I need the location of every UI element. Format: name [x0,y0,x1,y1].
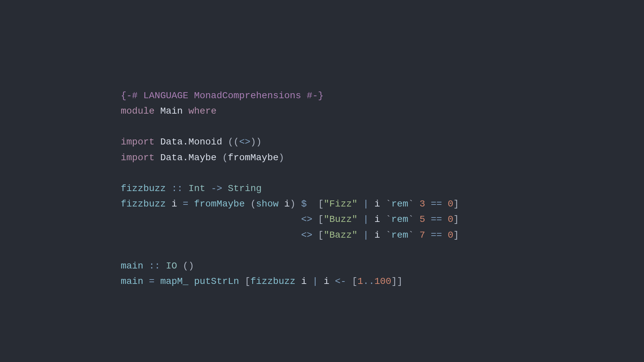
rbracket: ] [397,276,402,287]
pipe: | [358,214,374,225]
string-buzz: "Buzz" [324,214,358,225]
import-module: Data.Monoid [155,137,228,147]
function-name: fizzbuzz [121,183,171,194]
rparen: ) [290,199,301,209]
backtick: ` [408,230,420,240]
pipe: | [312,276,324,287]
dollar: $ [301,199,318,209]
mapm: mapM_ [160,276,194,287]
lparen: ( [250,199,256,209]
code-line-module: module Main where [121,106,217,116]
putstrln: putStrLn [194,276,245,287]
indent [121,214,301,225]
eqeq: == [425,214,447,225]
num-0: 0 [448,230,453,240]
backtick: ` [386,230,391,240]
rem: rem [391,230,408,240]
module-name: Main [155,106,189,116]
num-100: 100 [374,276,391,287]
where-keyword: where [189,106,217,116]
arg: i [284,199,290,209]
module-keyword: module [121,106,155,116]
import-symbol: <> [239,137,251,147]
var: i [374,214,386,225]
pipe: | [358,199,374,209]
type-int: Int [189,183,205,194]
fizzbuzz-call: fizzbuzz [251,276,301,287]
code-line-typesig-fizzbuzz: fizzbuzz :: Int -> String [121,183,262,194]
code-line-typesig-main: main :: IO () [121,261,194,271]
backtick: ` [386,214,391,225]
code-line-import-1: import Data.Monoid ((<>)) [121,137,262,147]
lbracket: [ [318,214,324,225]
var: i [324,276,335,287]
var: i [301,276,313,287]
code-block: {-# LANGUAGE MonadComprehensions #-} mod… [121,73,459,290]
num-3: 3 [420,199,425,209]
range-dots: .. [363,276,375,287]
code-line-pragma: {-# LANGUAGE MonadComprehensions #-} [121,90,324,101]
import-symbol: fromMaybe [228,153,278,163]
function-name: fizzbuzz [121,199,171,209]
code-line-main: main = mapM_ putStrLn [fizzbuzz i | i <-… [121,276,402,287]
import-paren-open: (( [228,137,239,147]
num-0: 0 [448,199,453,209]
double-colon: :: [149,261,166,271]
import-keyword: import [121,153,155,163]
show: show [256,199,284,209]
rbracket: ] [453,214,459,225]
backtick: ` [408,199,420,209]
type-io: IO [166,261,177,271]
num-0: 0 [448,214,453,225]
var: i [374,199,386,209]
rem: rem [391,214,408,225]
param: i [171,199,183,209]
num-7: 7 [420,230,425,240]
lbracket: [ [352,276,358,287]
var: i [374,230,386,240]
equals: = [149,276,160,287]
rbracket: ] [453,199,459,209]
import-paren-close: )) [250,137,262,147]
code-line-import-2: import Data.Maybe (fromMaybe) [121,153,284,163]
code-line-fizzbuzz-3: <> ["Bazz" | i `rem` 7 == 0] [121,230,459,240]
import-keyword: import [121,137,155,147]
equals: = [183,199,194,209]
mappend: <> [301,230,318,240]
mappend: <> [301,214,318,225]
lbracket: [ [318,199,324,209]
pragma-open: {-# [121,90,143,101]
import-paren-close: ) [279,153,284,163]
backtick: ` [386,199,391,209]
eqeq: == [425,230,447,240]
bind-arrow: <- [335,276,352,287]
double-colon: :: [171,183,188,194]
indent [121,230,301,240]
function-name: main [121,276,149,287]
type-string: String [228,183,262,194]
from-maybe: fromMaybe [194,199,250,209]
code-line-fizzbuzz-2: <> ["Buzz" | i `rem` 5 == 0] [121,214,459,225]
rem: rem [391,199,408,209]
eqeq: == [425,199,447,209]
lbracket: [ [318,230,324,240]
unit: () [177,261,194,271]
pipe: | [358,230,374,240]
backtick: ` [408,214,420,225]
rbracket: ] [391,276,397,287]
pragma-extension: MonadComprehensions [189,90,307,101]
string-bazz: "Bazz" [324,230,358,240]
import-module: Data.Maybe [155,153,222,163]
string-fizz: "Fizz" [324,199,358,209]
code-line-fizzbuzz-1: fizzbuzz i = fromMaybe (show i) $ ["Fizz… [121,199,459,209]
arrow: -> [205,183,228,194]
pragma-close: #-} [307,90,324,101]
function-name: main [121,261,149,271]
num-1: 1 [358,276,363,287]
import-paren-open: ( [222,153,228,163]
rbracket: ] [453,230,459,240]
num-5: 5 [420,214,425,225]
pragma-language: LANGUAGE [143,90,188,101]
lbracket: [ [245,276,251,287]
